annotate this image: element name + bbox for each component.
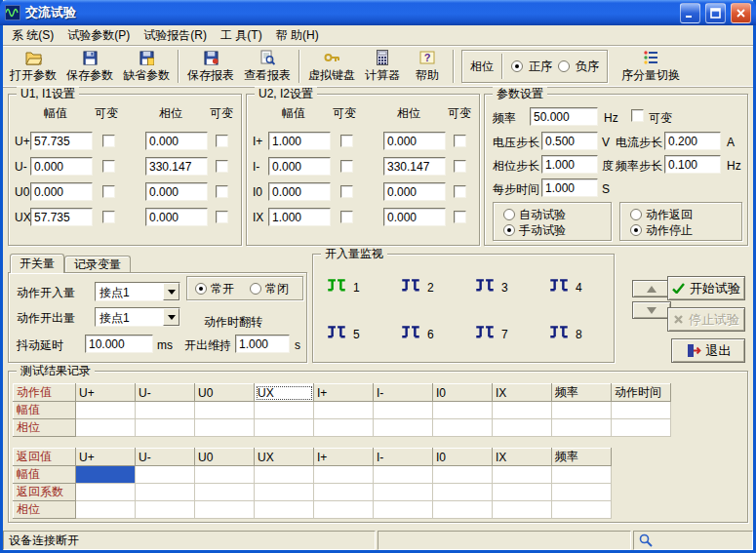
input-channel-3[interactable]: 3 — [473, 276, 508, 299]
result-cell[interactable] — [493, 402, 552, 419]
result-cell[interactable] — [552, 402, 612, 419]
result-cell[interactable] — [136, 419, 195, 437]
i-zero-amplitude-input[interactable] — [268, 182, 331, 201]
u-x-amplitude-input[interactable] — [30, 208, 93, 226]
action-stop-radio[interactable] — [630, 224, 642, 236]
result-cell[interactable] — [552, 484, 612, 501]
menu-system[interactable]: 系 统(S) — [5, 25, 60, 46]
u-plus-phase-input[interactable] — [145, 132, 208, 150]
input-channel-5[interactable]: 5 — [325, 323, 360, 346]
tab-record-variables[interactable]: 记录变量 — [64, 256, 131, 273]
input-channel-7[interactable]: 7 — [473, 323, 508, 346]
result-cell[interactable] — [374, 402, 433, 419]
minimize-button[interactable] — [680, 3, 700, 23]
positive-sequence-radio[interactable] — [511, 60, 523, 72]
action-output-combobox[interactable]: 接点1 — [95, 307, 180, 327]
result-cell[interactable] — [255, 419, 314, 437]
step-up-button[interactable] — [632, 280, 671, 297]
result-cell[interactable] — [433, 466, 493, 484]
result-cell[interactable] — [493, 501, 552, 519]
result-cell[interactable] — [374, 419, 433, 437]
result-cell[interactable] — [493, 419, 552, 437]
u-zero-phase-variable-checkbox[interactable] — [216, 185, 228, 198]
result-cell[interactable] — [314, 484, 374, 501]
input-channel-2[interactable]: 2 — [399, 276, 434, 299]
result-cell[interactable] — [136, 402, 195, 419]
default-params-button[interactable]: 缺省参数 — [118, 47, 175, 86]
app-icon[interactable] — [5, 5, 20, 20]
result-cell[interactable] — [552, 466, 612, 484]
input-channel-8[interactable]: 8 — [547, 323, 582, 346]
action-return-radio[interactable] — [630, 209, 642, 220]
i-minus-phase-variable-checkbox[interactable] — [454, 160, 466, 173]
result-cell[interactable] — [493, 466, 552, 484]
manual-test-radio[interactable] — [503, 224, 515, 236]
i-x-phase-input[interactable] — [383, 208, 446, 226]
i-zero-phase-input[interactable] — [383, 182, 446, 201]
step-time-input[interactable] — [541, 178, 598, 197]
close-button[interactable] — [731, 3, 751, 23]
magnifier-icon[interactable] — [639, 533, 653, 547]
freq-step-input[interactable] — [664, 155, 721, 174]
result-cell[interactable] — [433, 501, 493, 519]
negative-sequence-radio[interactable] — [558, 60, 570, 72]
result-cell[interactable] — [374, 501, 433, 519]
i-x-phase-variable-checkbox[interactable] — [454, 211, 466, 223]
result-cell[interactable] — [255, 501, 314, 519]
action-input-combobox[interactable]: 接点1 — [95, 282, 180, 301]
step-down-button[interactable] — [632, 301, 671, 319]
u-plus-phase-variable-checkbox[interactable] — [216, 135, 228, 147]
result-cell[interactable] — [195, 466, 255, 484]
normally-open-radio[interactable] — [195, 283, 207, 295]
frequency-input[interactable] — [530, 107, 598, 126]
help-button[interactable]: ? 帮助 — [405, 47, 450, 86]
result-cell[interactable] — [433, 484, 493, 501]
u-zero-amp-variable-checkbox[interactable] — [102, 185, 115, 198]
normally-closed-radio[interactable] — [250, 283, 261, 295]
auto-test-radio[interactable] — [503, 209, 515, 220]
start-test-button[interactable]: 开始试验 — [667, 276, 745, 300]
result-cell[interactable] — [255, 484, 314, 501]
u-x-phase-variable-checkbox[interactable] — [216, 211, 228, 223]
column-header-focused[interactable]: UX — [255, 384, 314, 402]
calculator-button[interactable]: 计算器 — [360, 47, 405, 86]
result-cell[interactable] — [76, 484, 136, 501]
i-x-amp-variable-checkbox[interactable] — [340, 211, 353, 223]
u-zero-phase-input[interactable] — [145, 182, 208, 201]
result-cell[interactable] — [612, 402, 671, 419]
i-plus-amplitude-input[interactable] — [268, 132, 331, 150]
u-plus-amplitude-input[interactable] — [30, 132, 93, 150]
open-params-button[interactable]: 打开参数 — [5, 47, 61, 86]
result-cell[interactable] — [314, 419, 374, 437]
menu-test-report[interactable]: 试验报告(R) — [137, 25, 214, 46]
result-cell[interactable] — [255, 402, 314, 419]
i-plus-phase-input[interactable] — [383, 132, 446, 150]
i-zero-amp-variable-checkbox[interactable] — [340, 185, 353, 198]
virtual-keyboard-button[interactable]: 虚拟键盘 — [303, 47, 360, 86]
result-cell[interactable] — [195, 402, 255, 419]
chevron-down-icon[interactable] — [163, 283, 179, 300]
result-cell[interactable] — [612, 419, 671, 437]
result-cell[interactable] — [136, 466, 195, 484]
exit-button[interactable]: 退出 — [671, 338, 745, 363]
i-minus-phase-input[interactable] — [383, 157, 446, 176]
tab-switch-quantity[interactable]: 开关量 — [10, 254, 64, 273]
result-cell[interactable] — [493, 484, 552, 501]
result-cell[interactable] — [552, 501, 612, 519]
save-params-button[interactable]: 保存参数 — [61, 47, 118, 86]
result-cell[interactable] — [314, 402, 374, 419]
chevron-down-icon[interactable] — [163, 308, 179, 326]
i-plus-amp-variable-checkbox[interactable] — [340, 135, 353, 147]
result-cell[interactable] — [552, 419, 612, 437]
result-cell[interactable] — [136, 484, 195, 501]
result-cell[interactable] — [195, 419, 255, 437]
menu-help[interactable]: 帮 助(H) — [269, 25, 326, 46]
u-minus-phase-input[interactable] — [145, 157, 208, 176]
menu-tools[interactable]: 工 具(T) — [214, 25, 269, 46]
i-minus-amp-variable-checkbox[interactable] — [340, 160, 353, 173]
result-cell[interactable] — [433, 419, 493, 437]
result-cell[interactable] — [433, 402, 493, 419]
input-channel-6[interactable]: 6 — [399, 323, 434, 346]
result-cell-selected[interactable] — [76, 466, 136, 484]
voltage-step-input[interactable] — [541, 132, 598, 150]
